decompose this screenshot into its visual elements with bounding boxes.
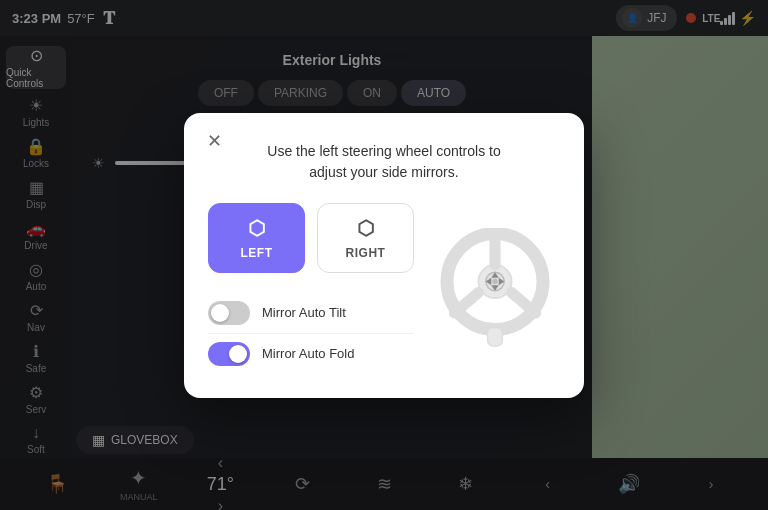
mirror-auto-tilt-toggle[interactable] <box>208 301 250 325</box>
mirror-left-label: LEFT <box>241 246 273 260</box>
steering-wheel-svg: T <box>435 228 555 348</box>
steering-wheel-area: T <box>430 203 560 374</box>
svg-line-5 <box>512 293 536 313</box>
mirror-auto-tilt-label: Mirror Auto Tilt <box>262 305 346 320</box>
modal-body: ⬡ LEFT ⬡ RIGHT Mirror Auto Tilt Mirror A… <box>208 203 560 374</box>
mirror-modal: ✕ Use the left steering wheel controls t… <box>184 113 584 398</box>
mirror-auto-fold-row: Mirror Auto Fold <box>208 334 414 374</box>
modal-close-button[interactable]: ✕ <box>200 127 228 155</box>
modal-controls: ⬡ LEFT ⬡ RIGHT Mirror Auto Tilt Mirror A… <box>208 203 414 374</box>
mirror-left-icon: ⬡ <box>248 216 266 240</box>
svg-point-11 <box>492 279 498 285</box>
mirror-left-button[interactable]: ⬡ LEFT <box>208 203 305 273</box>
mirror-selector: ⬡ LEFT ⬡ RIGHT <box>208 203 414 273</box>
svg-rect-12 <box>488 328 503 346</box>
mirror-right-button[interactable]: ⬡ RIGHT <box>317 203 414 273</box>
modal-description: Use the left steering wheel controls to … <box>208 141 560 183</box>
modal-overlay: ✕ Use the left steering wheel controls t… <box>0 0 768 510</box>
mirror-auto-fold-toggle[interactable] <box>208 342 250 366</box>
mirror-auto-tilt-row: Mirror Auto Tilt <box>208 293 414 334</box>
mirror-right-label: RIGHT <box>346 246 386 260</box>
svg-line-4 <box>454 293 478 313</box>
mirror-right-icon: ⬡ <box>357 216 375 240</box>
mirror-auto-fold-label: Mirror Auto Fold <box>262 346 354 361</box>
